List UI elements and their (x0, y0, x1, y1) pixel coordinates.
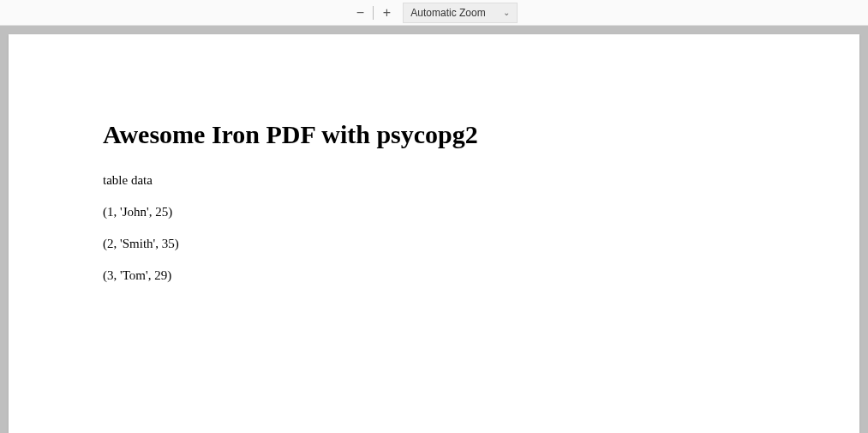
pdf-page: Awesome Iron PDF with psycopg2 table dat… (9, 34, 859, 433)
zoom-mode-label: Automatic Zoom (410, 7, 485, 19)
document-subtitle: table data (103, 173, 765, 188)
plus-icon: + (383, 5, 391, 21)
pdf-viewer-background: Awesome Iron PDF with psycopg2 table dat… (0, 26, 868, 433)
table-row: (3, 'Tom', 29) (103, 268, 765, 283)
zoom-out-button[interactable]: − (350, 3, 369, 22)
zoom-in-button[interactable]: + (377, 3, 396, 22)
toolbar-divider (373, 6, 374, 20)
zoom-mode-select[interactable]: Automatic Zoom ⌄ (403, 3, 517, 23)
minus-icon: − (356, 5, 364, 21)
document-title: Awesome Iron PDF with psycopg2 (103, 120, 765, 149)
pdf-toolbar: − + Automatic Zoom ⌄ (0, 0, 868, 26)
table-row: (2, 'Smith', 35) (103, 237, 765, 251)
chevron-down-icon: ⌄ (503, 8, 510, 17)
table-row: (1, 'John', 25) (103, 205, 765, 220)
